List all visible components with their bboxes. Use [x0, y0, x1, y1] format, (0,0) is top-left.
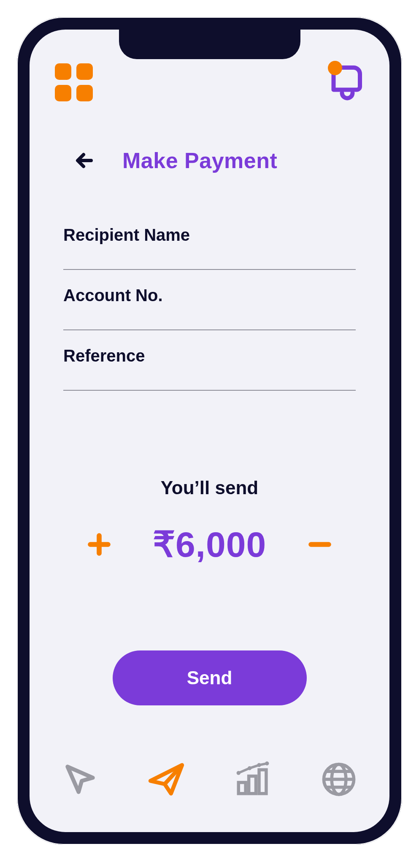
arrow-left-icon: [74, 150, 95, 171]
notification-badge: [328, 61, 342, 75]
notifications-button[interactable]: [330, 63, 364, 101]
globe-icon: [320, 760, 358, 798]
amount-stepper: ₹6,000: [55, 524, 364, 565]
title-row: Make Payment: [72, 148, 347, 173]
notch: [119, 30, 300, 59]
nav-explore[interactable]: [318, 758, 360, 800]
payment-form: Recipient Name Account No. Reference: [63, 220, 356, 401]
paper-plane-icon: [147, 760, 185, 798]
grid-menu-icon: [55, 63, 71, 80]
svg-point-5: [257, 763, 261, 767]
minus-icon: [308, 533, 332, 556]
svg-rect-1: [249, 776, 256, 794]
nav-home[interactable]: [59, 758, 101, 800]
phone-frame: Make Payment Recipient Name Account No. …: [17, 17, 402, 845]
amount-section: You’ll send ₹6,000: [55, 477, 364, 565]
reference-field-group: Reference: [63, 340, 356, 397]
svg-rect-0: [238, 783, 246, 794]
amount-value: ₹6,000: [153, 524, 266, 565]
svg-point-3: [236, 771, 240, 775]
account-no-field-group: Account No.: [63, 280, 356, 336]
back-button[interactable]: [72, 148, 97, 173]
screen: Make Payment Recipient Name Account No. …: [30, 30, 389, 832]
grid-menu-icon: [76, 85, 93, 101]
svg-point-4: [247, 766, 251, 770]
grid-menu-icon: [76, 63, 93, 80]
bottom-nav: [59, 756, 360, 803]
menu-button[interactable]: [55, 63, 93, 101]
reference-label: Reference: [63, 340, 356, 389]
account-no-input[interactable]: [63, 329, 356, 330]
recipient-name-field-group: Recipient Name: [63, 220, 356, 276]
nav-send[interactable]: [145, 758, 187, 800]
amount-label: You’ll send: [55, 477, 364, 498]
reference-input[interactable]: [63, 390, 356, 391]
account-no-label: Account No.: [63, 280, 356, 329]
recipient-name-label: Recipient Name: [63, 220, 356, 268]
increase-amount-button[interactable]: [84, 530, 114, 559]
svg-rect-2: [259, 770, 266, 794]
send-button[interactable]: Send: [113, 650, 307, 705]
nav-analytics[interactable]: [232, 758, 274, 800]
recipient-name-input[interactable]: [63, 269, 356, 270]
cursor-icon: [61, 760, 99, 798]
grid-menu-icon: [55, 85, 71, 101]
top-bar: [55, 59, 364, 106]
bar-chart-icon: [234, 760, 272, 798]
decrease-amount-button[interactable]: [305, 530, 335, 559]
page-title: Make Payment: [122, 148, 277, 173]
plus-icon: [87, 533, 111, 556]
svg-point-6: [265, 762, 269, 765]
